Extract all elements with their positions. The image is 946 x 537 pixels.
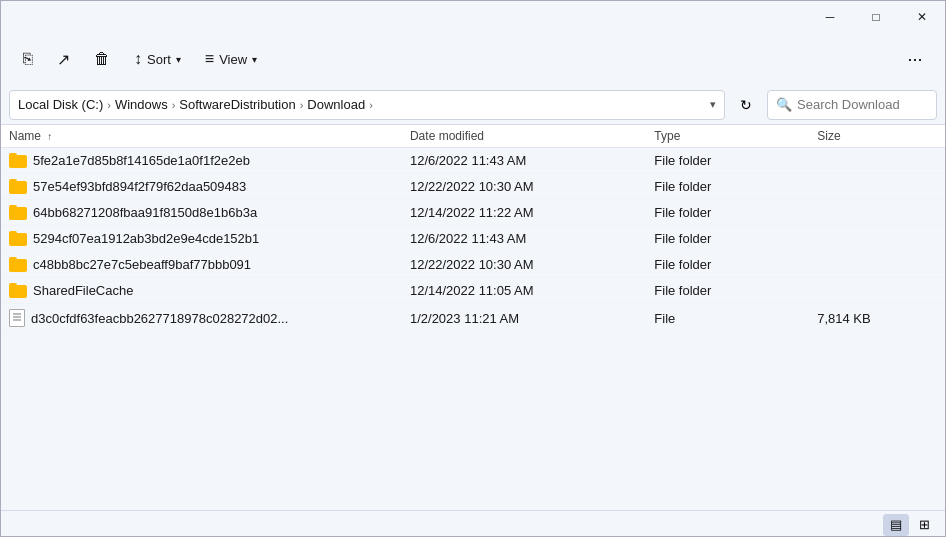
search-box[interactable]: 🔍 [767, 90, 937, 120]
file-date: 12/6/2022 11:43 AM [402, 148, 646, 174]
more-icon: ··· [907, 49, 922, 70]
table-row[interactable]: c48bb8bc27e7c5ebeaff9baf77bbb09112/22/20… [1, 252, 945, 278]
file-name: d3c0cfdf63feacbb2627718978c028272d02... [31, 311, 288, 326]
file-type: File folder [646, 252, 809, 278]
close-button[interactable]: ✕ [899, 1, 945, 33]
sort-chevron-icon: ▾ [176, 54, 181, 65]
share-icon: ↗ [57, 50, 70, 69]
col-header-type[interactable]: Type [646, 125, 809, 148]
file-size [809, 252, 945, 278]
table-row[interactable]: d3c0cfdf63feacbb2627718978c028272d02...1… [1, 304, 945, 333]
search-icon: 🔍 [776, 97, 792, 112]
more-options-button[interactable]: ··· [897, 41, 933, 77]
refresh-icon: ↻ [740, 97, 752, 113]
breadcrumb-sep-3: › [300, 99, 304, 111]
breadcrumb-item-download[interactable]: Download [307, 97, 365, 112]
breadcrumb-dropdown-icon[interactable]: ▾ [710, 98, 716, 111]
file-name: c48bb8bc27e7c5ebeaff9baf77bbb091 [33, 257, 251, 272]
sort-icon: ↕ [134, 50, 142, 68]
address-bar: Local Disk (C:) › Windows › SoftwareDist… [1, 85, 945, 125]
file-date: 12/14/2022 11:22 AM [402, 200, 646, 226]
file-name: 5fe2a1e7d85b8f14165de1a0f1f2e2eb [33, 153, 250, 168]
detail-view-icon: ⊞ [919, 517, 930, 532]
file-date: 12/22/2022 10:30 AM [402, 252, 646, 278]
view-icon: ≡ [205, 50, 214, 68]
title-bar: ─ □ ✕ [1, 1, 945, 33]
file-size [809, 174, 945, 200]
breadcrumb-sep-4: › [369, 99, 373, 111]
file-date: 1/2/2023 11:21 AM [402, 304, 646, 333]
sort-label: Sort [147, 52, 171, 67]
breadcrumb-item-localdisk[interactable]: Local Disk (C:) [18, 97, 103, 112]
view-button[interactable]: ≡ View ▾ [195, 41, 267, 77]
copy-to-button[interactable]: ⎘ [13, 41, 43, 77]
trash-icon: 🗑 [94, 50, 110, 68]
breadcrumb-sep-1: › [107, 99, 111, 111]
view-chevron-icon: ▾ [252, 54, 257, 65]
file-type: File [646, 304, 809, 333]
file-type: File folder [646, 148, 809, 174]
breadcrumb[interactable]: Local Disk (C:) › Windows › SoftwareDist… [9, 90, 725, 120]
search-input[interactable] [797, 97, 917, 112]
delete-button[interactable]: 🗑 [84, 41, 120, 77]
table-row[interactable]: 57e54ef93bfd894f2f79f62daa50948312/22/20… [1, 174, 945, 200]
maximize-button[interactable]: □ [853, 1, 899, 33]
file-type: File folder [646, 200, 809, 226]
status-bar: ▤ ⊞ [1, 510, 945, 537]
col-header-size[interactable]: Size [809, 125, 945, 148]
file-table: Name ↑ Date modified Type Size 5fe2a1e7d… [1, 125, 945, 333]
table-row[interactable]: 5294cf07ea1912ab3bd2e9e4cde152b112/6/202… [1, 226, 945, 252]
file-type: File folder [646, 278, 809, 304]
table-row[interactable]: 64bb68271208fbaa91f8150d8e1b6b3a12/14/20… [1, 200, 945, 226]
breadcrumb-sep-2: › [172, 99, 176, 111]
file-type: File folder [646, 226, 809, 252]
folder-icon [9, 153, 27, 168]
file-date: 12/14/2022 11:05 AM [402, 278, 646, 304]
file-size [809, 200, 945, 226]
file-name: 57e54ef93bfd894f2f79f62daa509483 [33, 179, 246, 194]
view-label: View [219, 52, 247, 67]
breadcrumb-item-windows[interactable]: Windows [115, 97, 168, 112]
sort-arrow-icon: ↑ [47, 131, 52, 142]
table-header-row: Name ↑ Date modified Type Size [1, 125, 945, 148]
folder-icon [9, 257, 27, 272]
folder-icon [9, 283, 27, 298]
table-row[interactable]: 5fe2a1e7d85b8f14165de1a0f1f2e2eb12/6/202… [1, 148, 945, 174]
sort-button[interactable]: ↕ Sort ▾ [124, 41, 191, 77]
window-controls: ─ □ ✕ [807, 1, 945, 33]
list-view-icon: ▤ [890, 517, 902, 532]
share-button[interactable]: ↗ [47, 41, 80, 77]
folder-icon [9, 231, 27, 246]
folder-icon [9, 205, 27, 220]
detail-view-button[interactable]: ⊞ [911, 514, 937, 536]
file-name: SharedFileCache [33, 283, 133, 298]
file-icon [9, 309, 25, 327]
file-size: 7,814 KB [809, 304, 945, 333]
file-size [809, 226, 945, 252]
toolbar: ⎘ ↗ 🗑 ↕ Sort ▾ ≡ View ▾ ··· [1, 33, 945, 85]
copy-icon: ⎘ [23, 50, 33, 68]
minimize-button[interactable]: ─ [807, 1, 853, 33]
col-header-date[interactable]: Date modified [402, 125, 646, 148]
file-size [809, 148, 945, 174]
col-header-name[interactable]: Name ↑ [1, 125, 402, 148]
file-list-area: Name ↑ Date modified Type Size 5fe2a1e7d… [1, 125, 945, 510]
file-name: 64bb68271208fbaa91f8150d8e1b6b3a [33, 205, 257, 220]
refresh-button[interactable]: ↻ [731, 90, 761, 120]
folder-icon [9, 179, 27, 194]
file-type: File folder [646, 174, 809, 200]
list-view-button[interactable]: ▤ [883, 514, 909, 536]
file-date: 12/6/2022 11:43 AM [402, 226, 646, 252]
table-row[interactable]: SharedFileCache12/14/2022 11:05 AMFile f… [1, 278, 945, 304]
file-size [809, 278, 945, 304]
file-name: 5294cf07ea1912ab3bd2e9e4cde152b1 [33, 231, 259, 246]
file-date: 12/22/2022 10:30 AM [402, 174, 646, 200]
breadcrumb-item-softwaredistribution[interactable]: SoftwareDistribution [179, 97, 295, 112]
